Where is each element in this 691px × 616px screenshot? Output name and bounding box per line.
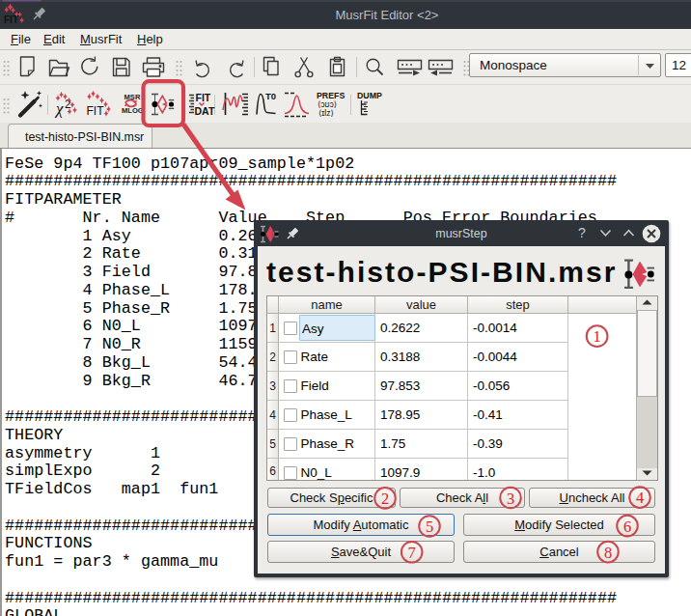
svg-text:⟨ɪlz⟩: ⟨ɪlz⟩ [318,108,334,118]
svg-text:DAT: DAT [195,105,215,117]
svg-text:T0: T0 [265,91,276,101]
svg-text:χ: χ [54,99,64,118]
svg-text:2: 2 [65,98,71,111]
svg-text:MLOG: MLOG [122,106,144,115]
svg-text:DUMP: DUMP [357,91,382,100]
svg-text:FIT: FIT [87,104,105,118]
svg-text:FIT: FIT [196,92,211,103]
